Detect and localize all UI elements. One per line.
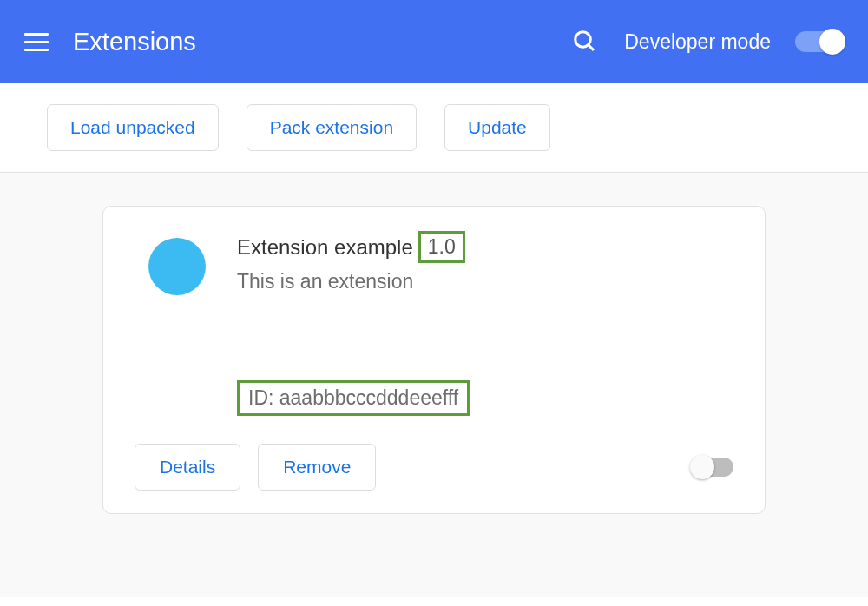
page-title: Extensions [73,28,572,56]
extension-description: This is an extension [237,270,733,293]
extension-id: ID: aaabbbcccdddeeefff [237,380,470,416]
extension-enable-toggle[interactable] [692,458,733,477]
extension-info: Extension example 1.0 This is an extensi… [237,231,733,416]
header-bar: Extensions Developer mode [0,0,868,83]
load-unpacked-button[interactable]: Load unpacked [47,104,219,151]
developer-toolbar: Load unpacked Pack extension Update [0,83,868,173]
details-button[interactable]: Details [135,444,240,491]
update-button[interactable]: Update [444,104,550,151]
remove-button[interactable]: Remove [258,444,376,491]
card-actions: Details Remove [135,444,733,491]
hamburger-menu-icon[interactable] [24,30,49,54]
extension-card: Extension example 1.0 This is an extensi… [102,206,766,514]
extension-title-row: Extension example 1.0 [237,231,733,263]
toggle-knob [690,455,714,479]
search-icon[interactable] [572,29,598,55]
toggle-knob [819,29,845,55]
developer-mode-toggle[interactable] [795,31,844,52]
extension-name: Extension example [237,235,413,260]
svg-line-1 [589,45,594,50]
card-top-section: Extension example 1.0 This is an extensi… [135,231,733,416]
svg-point-0 [575,32,591,48]
extension-version: 1.0 [418,231,465,263]
content-area: Extension example 1.0 This is an extensi… [0,173,868,597]
extension-icon [148,238,206,295]
pack-extension-button[interactable]: Pack extension [247,104,417,151]
developer-mode-label: Developer mode [624,30,771,54]
